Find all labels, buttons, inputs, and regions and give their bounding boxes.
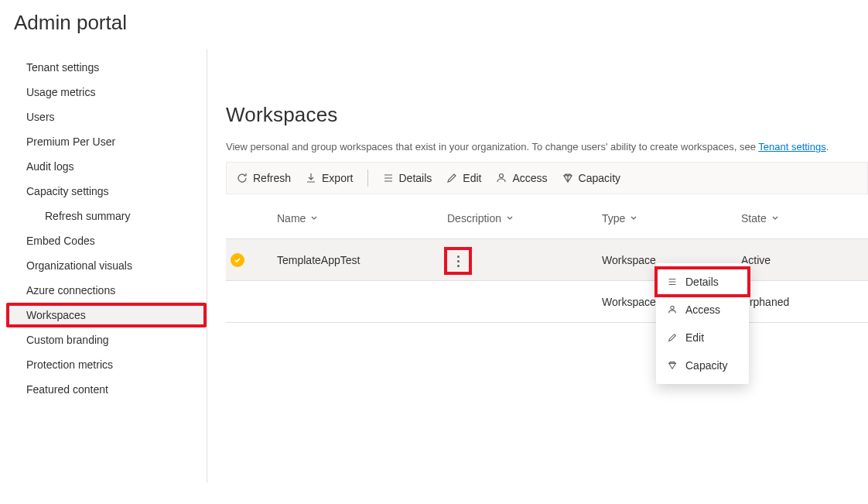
sidebar-item-organizational-visuals[interactable]: Organizational visuals — [6, 253, 207, 278]
download-icon — [305, 172, 317, 184]
content-title: Workspaces — [226, 103, 868, 127]
sidebar-item-custom-branding[interactable]: Custom branding — [6, 327, 207, 352]
chevron-down-icon — [310, 214, 318, 222]
content-description: View personal and group workspaces that … — [226, 141, 868, 153]
person-icon — [495, 172, 507, 184]
details-button[interactable]: Details — [382, 172, 432, 184]
col-description[interactable]: Description — [447, 212, 602, 225]
main-content: Workspaces View personal and group works… — [207, 49, 868, 482]
menu-edit-label: Edit — [685, 331, 704, 344]
chevron-down-icon — [771, 214, 779, 222]
person-icon — [667, 304, 678, 315]
details-label: Details — [399, 172, 432, 184]
chevron-down-icon — [506, 214, 514, 222]
refresh-button[interactable]: Refresh — [236, 172, 291, 184]
chevron-down-icon — [630, 214, 637, 222]
col-name[interactable]: Name — [277, 212, 447, 225]
sidebar-item-azure-connections[interactable]: Azure connections — [6, 278, 207, 303]
menu-edit[interactable]: Edit — [656, 324, 749, 351]
diamond-icon — [562, 172, 574, 184]
access-button[interactable]: Access — [495, 172, 547, 184]
edit-label: Edit — [463, 172, 481, 184]
workspaces-table: Name Description Type State — [226, 197, 868, 323]
menu-capacity-label: Capacity — [685, 359, 727, 372]
col-name-label: Name — [277, 212, 306, 225]
sidebar-item-premium-per-user[interactable]: Premium Per User — [6, 129, 207, 154]
page-title: Admin portal — [0, 0, 868, 35]
menu-access-label: Access — [685, 303, 720, 316]
capacity-button[interactable]: Capacity — [562, 172, 620, 184]
svg-point-1 — [671, 306, 674, 309]
vertical-dots-icon — [457, 254, 460, 268]
refresh-icon — [236, 172, 248, 184]
more-options-button[interactable] — [447, 250, 469, 272]
toolbar-divider — [367, 170, 368, 187]
col-description-label: Description — [447, 212, 501, 225]
table-header-row: Name Description Type State — [226, 197, 868, 239]
cell-state: Active — [741, 254, 849, 266]
pencil-icon — [446, 172, 458, 184]
col-type[interactable]: Type — [602, 212, 741, 225]
sidebar-item-embed-codes[interactable]: Embed Codes — [6, 228, 207, 253]
diamond-icon — [667, 360, 678, 371]
edit-button[interactable]: Edit — [446, 172, 481, 184]
access-label: Access — [512, 172, 547, 184]
content-desc-after: . — [826, 141, 829, 153]
svg-point-0 — [500, 174, 504, 178]
export-button[interactable]: Export — [305, 172, 353, 184]
cell-state: Orphaned — [741, 296, 849, 308]
table-row[interactable]: TemplateAppTest Workspace Active — [226, 239, 868, 281]
menu-details[interactable]: Details — [656, 268, 749, 296]
menu-capacity[interactable]: Capacity — [656, 351, 749, 379]
toolbar: Refresh Export Details Edit — [226, 162, 868, 194]
sidebar-item-protection-metrics[interactable]: Protection metrics — [6, 352, 207, 377]
cell-name: TemplateAppTest — [277, 254, 447, 266]
menu-access[interactable]: Access — [656, 296, 749, 324]
sidebar-item-capacity-settings[interactable]: Capacity settings — [6, 179, 207, 204]
col-state[interactable]: State — [741, 212, 849, 225]
sidebar-item-workspaces[interactable]: Workspaces — [6, 303, 207, 327]
table-row[interactable]: Workspace Orphaned — [226, 281, 868, 323]
col-state-label: State — [741, 212, 767, 225]
list-icon — [382, 172, 395, 184]
menu-details-label: Details — [685, 276, 719, 288]
content-desc-text: View personal and group workspaces that … — [226, 141, 758, 153]
capacity-label: Capacity — [579, 172, 620, 184]
sidebar-item-audit-logs[interactable]: Audit logs — [6, 154, 207, 179]
col-type-label: Type — [602, 212, 625, 225]
sidebar-item-usage-metrics[interactable]: Usage metrics — [6, 80, 207, 105]
sidebar-item-featured-content[interactable]: Featured content — [6, 377, 207, 402]
sidebar-item-tenant-settings[interactable]: Tenant settings — [6, 55, 207, 80]
pencil-icon — [667, 332, 678, 343]
sidebar-item-users[interactable]: Users — [6, 105, 207, 129]
tenant-settings-link[interactable]: Tenant settings — [758, 141, 825, 153]
sidebar: Tenant settings Usage metrics Users Prem… — [6, 49, 207, 482]
sidebar-item-refresh-summary[interactable]: Refresh summary — [6, 204, 207, 228]
context-menu: Details Access Edit Capacity — [656, 263, 749, 384]
refresh-label: Refresh — [253, 172, 291, 184]
export-label: Export — [322, 172, 353, 184]
selected-check-icon — [231, 253, 244, 267]
list-icon — [667, 276, 678, 287]
